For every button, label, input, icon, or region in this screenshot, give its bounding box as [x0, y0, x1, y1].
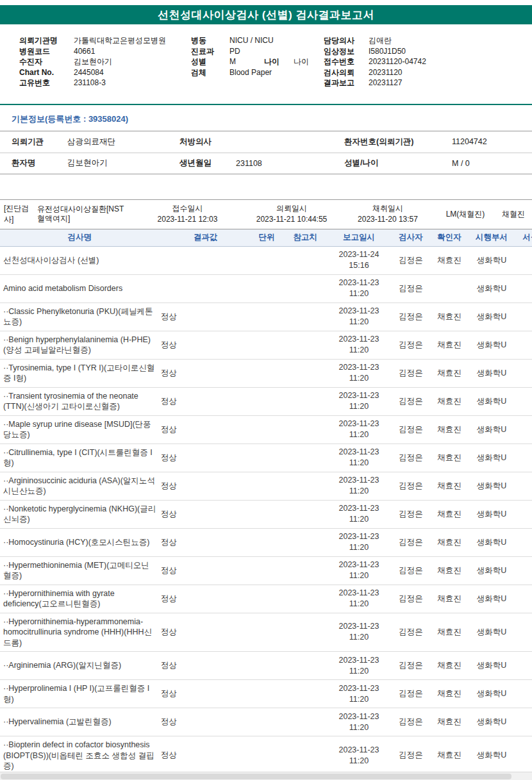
- result-row: ··Tyrosinemia, type I (TYR I)(고타이로신혈증 I형…: [0, 360, 532, 388]
- results-body: 선천성대사이상검사 (선별)2023-11-24 15:16김정은채효진생화학U…: [0, 247, 532, 776]
- cell-result: 정상: [158, 368, 250, 379]
- cell-reported: 2023-11-23 11:20: [327, 560, 391, 581]
- info-field: 성별M나이나이: [191, 56, 324, 67]
- col-header-department: 시행부서: [468, 232, 515, 243]
- cell-result: 정상: [158, 340, 250, 351]
- basic-info-row: 의뢰기관 삼광의료재단 처방의사 환자번호(의뢰기관) 11204742: [0, 131, 532, 153]
- cell-reported: 2023-11-23 11:20: [327, 531, 391, 553]
- cell-result: 정상: [158, 688, 250, 699]
- cell-test-name: ··Biopterin defect in cofactor biosynthe…: [0, 738, 158, 773]
- cell-confirmer: 채효진: [431, 750, 468, 761]
- cell-department: 생화학U: [468, 565, 515, 576]
- cell-department: 생화학U: [468, 481, 515, 492]
- cell-test-name: Amino acid metabolism Disorders: [0, 282, 158, 295]
- cell-confirmer: 채효진: [431, 660, 468, 671]
- header-info-right: 담당의사김애란임상정보I580J1D50접수번호20231120-04742검사…: [324, 35, 532, 88]
- info-field: 임상정보I580J1D50: [324, 46, 532, 57]
- cell-confirmer: 채효진: [431, 481, 468, 492]
- info-field-value: NICU / NICU: [229, 36, 274, 45]
- info-field-value: 20231120-04742: [369, 57, 426, 66]
- cell-tester: 김정은: [391, 368, 431, 379]
- scrollbar-thumb[interactable]: [1, 774, 511, 779]
- cell-test-name: ··Tyrosinemia, type I (TYR I)(고타이로신혈증 I형…: [0, 361, 158, 385]
- info-field: Chart No.2445084: [19, 67, 191, 78]
- cell-reported: 2023-11-23 11:20: [327, 390, 391, 412]
- header-info-panel: 의뢰기관명가톨릭대학교은평성모병원병원코드40661수진자김보현아기Chart …: [0, 24, 532, 104]
- cell-reported: 2023-11-23 11:20: [327, 334, 391, 356]
- field-value: 김보현아기: [67, 158, 179, 169]
- col-header-form: 서식: [515, 232, 532, 243]
- cell-test-name: ··Homocystinuria (HCY)(호모시스틴뇨증): [0, 536, 158, 549]
- info-field-label: 고유번호: [19, 78, 74, 88]
- field-value: 231108: [236, 159, 344, 168]
- field-label: 처방의사: [179, 137, 236, 147]
- cell-result: 정상: [158, 750, 250, 761]
- result-row: ··Hyperprolinemia I (HP I)(고프롤린혈증 I형)정상2…: [0, 680, 532, 708]
- cell-confirmer: 채효진: [431, 340, 468, 351]
- cell-result: 정상: [158, 311, 250, 322]
- info-field-label: 임상정보: [324, 46, 369, 57]
- info-field-value: Blood Paper: [229, 68, 272, 77]
- info-field-label: 수진자: [19, 56, 74, 67]
- cell-reported: 2023-11-24 15:16: [327, 249, 391, 271]
- result-row: ··Citrullinemia, type I (CIT)(시트룰린혈증 I형)…: [0, 444, 532, 472]
- cell-tester: 김정은: [391, 396, 431, 407]
- info-field-label: 검사의뢰: [324, 67, 369, 78]
- result-row: ··Hyperornithinemia-hyperammonemia-homoc…: [0, 613, 532, 652]
- field-label: 생년월일: [179, 158, 236, 169]
- basic-info-table: 의뢰기관 삼광의료재단 처방의사 환자번호(의뢰기관) 11204742 환자명…: [0, 131, 532, 174]
- cell-tester: 김정은: [391, 481, 431, 492]
- cell-confirmer: 채효진: [431, 593, 468, 604]
- order-received-value: 2023-11-21 12:03: [131, 214, 244, 225]
- order-received: 접수일시 2023-11-21 12:03: [131, 203, 244, 225]
- report-title: 선천성대사이상검사 (선별) 검사결과보고서: [158, 8, 374, 22]
- order-test-name: 유전성대사이상질환[NST 혈액여지]: [37, 204, 131, 224]
- cell-tester: 김정은: [391, 537, 431, 548]
- cell-department: 생화학U: [468, 509, 515, 520]
- cell-reported: 2023-11-23 11:20: [327, 745, 391, 767]
- cell-tester: 김정은: [391, 509, 431, 520]
- info-field-label: 담당의사: [324, 35, 369, 46]
- order-info-bar: [진단검사] 유전성대사이상질환[NST 혈액여지] 접수일시 2023-11-…: [0, 199, 532, 229]
- cell-result: 정상: [158, 424, 250, 435]
- report-title-bar: 선천성대사이상검사 (선별) 검사결과보고서: [0, 5, 532, 24]
- cell-result: 정상: [158, 481, 250, 492]
- cell-department: 생화학U: [468, 340, 515, 351]
- cell-reported: 2023-11-23 11:20: [327, 655, 391, 677]
- cell-reported: 2023-11-23 11:20: [327, 683, 391, 705]
- info-field-label: 성별: [191, 56, 229, 67]
- basic-info-title: 기본정보(등록번호 : 39358024): [0, 113, 532, 125]
- horizontal-scrollbar[interactable]: [0, 772, 532, 780]
- info-field-value: 가톨릭대학교은평성모병원: [74, 36, 166, 45]
- cell-result: 정상: [158, 565, 250, 576]
- cell-test-name: ··Hyperprolinemia I (HP I)(고프롤린혈증 I형): [0, 682, 158, 706]
- info-field-value: I580J1D50: [369, 47, 406, 56]
- info-field: 병원코드40661: [19, 46, 191, 57]
- result-row: ··Argininosuccinic aciduria (ASA)(알지노석시닌…: [0, 472, 532, 501]
- cell-department: 생화학U: [468, 424, 515, 435]
- info-field: 결과보고20231127: [324, 78, 532, 88]
- info-field: 검사의뢰20231120: [324, 67, 532, 78]
- cell-reported: 2023-11-23 11:20: [327, 306, 391, 328]
- cell-confirmer: 채효진: [431, 717, 468, 727]
- field-value: 삼광의료재단: [67, 137, 179, 147]
- info-field-value: 2445084: [74, 68, 104, 77]
- cell-tester: 김정은: [391, 311, 431, 322]
- cell-confirmer: 채효진: [431, 424, 468, 435]
- cell-department: 생화학U: [468, 311, 515, 322]
- col-header-confirmer: 확인자: [431, 232, 468, 243]
- results-header-row: 검사명 결과값 단위 참고치 보고일시 검사자 확인자 시행부서 서식: [0, 229, 532, 247]
- result-row: ··Biopterin defect in cofactor biosynthe…: [0, 736, 532, 776]
- col-header-test-name: 검사명: [0, 231, 158, 244]
- cell-confirmer: 채효진: [431, 255, 468, 266]
- cell-result: 정상: [158, 509, 250, 520]
- result-row: Amino acid metabolism Disorders2023-11-2…: [0, 275, 532, 303]
- field-value: M / 0: [452, 159, 532, 168]
- cell-reported: 2023-11-23 11:20: [327, 447, 391, 469]
- cell-confirmer: 채효진: [431, 537, 468, 548]
- cell-reported: 2023-11-23 11:20: [327, 419, 391, 440]
- info-field-value: 김보현아기: [74, 57, 112, 66]
- order-requested-value: 2023-11-21 10:44:55: [244, 214, 340, 225]
- cell-result: 정상: [158, 396, 250, 407]
- info-field-value: 231108-3: [74, 78, 106, 87]
